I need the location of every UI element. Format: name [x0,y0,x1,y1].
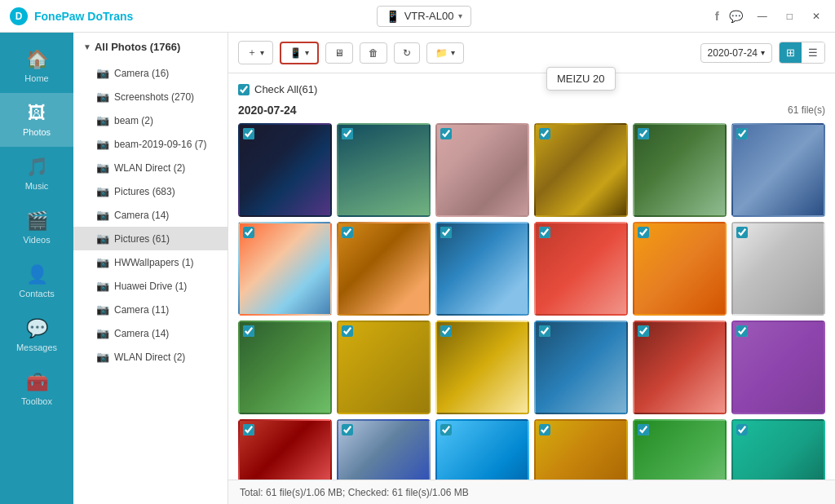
photo-checkbox[interactable] [638,424,649,435]
photo-item[interactable] [731,419,825,480]
photo-item[interactable] [633,123,727,217]
grid-view-button[interactable]: ⊞ [780,42,802,63]
tree-item-wlan-direct-2[interactable]: 📷 WLAN Direct (2) [73,345,228,369]
minimize-button[interactable]: — [753,9,772,24]
photo-checkbox[interactable] [342,128,353,139]
close-button[interactable]: ✕ [807,9,825,24]
check-all-checkbox[interactable] [238,84,250,95]
to-device-button[interactable]: 📱 ▾ [280,42,319,64]
to-pc-button[interactable]: 🖥 [325,42,353,64]
sidebar-label-photos: Photos [23,127,51,137]
photo-checkbox[interactable] [539,325,550,337]
title-bar-center: 📱 VTR-AL00 ▾ [133,6,714,27]
tree-item-camera-14b[interactable]: 📷 Camera (14) [73,321,228,345]
photo-checkbox[interactable] [736,325,748,337]
photo-item[interactable] [731,222,825,316]
photo-item[interactable] [633,321,727,414]
sidebar-label-contacts: Contacts [19,289,54,298]
photo-item[interactable] [435,123,529,217]
tree-item-huawei-drive[interactable]: 📷 Huawei Drive (1) [73,274,228,298]
photo-checkbox[interactable] [736,227,748,238]
file-tree: ▼ All Photos (1766) 📷 Camera (16) 📷 Scre… [73,33,228,504]
photo-item[interactable] [337,419,431,480]
photo-checkbox[interactable] [736,424,748,435]
photo-item[interactable] [435,419,529,480]
tree-item-camera-16[interactable]: 📷 Camera (16) [73,61,228,85]
list-view-button[interactable]: ☰ [802,42,824,63]
photo-item[interactable] [534,419,628,480]
photo-checkbox[interactable] [440,227,452,238]
device-selector[interactable]: 📱 VTR-AL00 ▾ [377,6,472,27]
chevron-down-icon: ▾ [458,11,462,20]
photo-checkbox[interactable] [638,325,649,337]
tree-item-pictures-61[interactable]: 📷 Pictures (61) [73,227,228,250]
tree-header[interactable]: ▼ All Photos (1766) [73,33,228,61]
sidebar-item-toolbox[interactable]: 🧰 Toolbox [0,362,73,416]
tree-item-beam-2019[interactable]: 📷 beam-2019-09-16 (7) [73,132,228,156]
sidebar-item-messages[interactable]: 💬 Messages [0,308,73,362]
photo-item[interactable] [337,321,431,414]
photo-checkbox[interactable] [440,128,452,139]
photo-checkbox[interactable] [539,227,550,238]
photo-checkbox[interactable] [539,424,550,435]
tree-item-hwwallpapers[interactable]: 📷 HWWallpapers (1) [73,250,228,274]
photo-checkbox[interactable] [539,128,550,139]
message-icon[interactable]: 💬 [729,10,743,23]
tree-item-camera-11[interactable]: 📷 Camera (11) [73,298,228,321]
date-label: 2020-07-24 [708,47,758,59]
photo-item[interactable] [238,321,332,414]
photo-checkbox[interactable] [440,325,452,337]
photo-item[interactable] [238,222,332,316]
photo-item[interactable] [435,222,529,316]
facebook-icon[interactable]: f [715,9,719,23]
folder-icon: 📷 [96,67,109,79]
photo-checkbox[interactable] [638,128,649,139]
tree-item-label: Camera (14) [114,328,169,339]
delete-button[interactable]: 🗑 [360,42,387,64]
dropdown-option-meizu: MEIZU 20 [557,73,605,85]
tree-item-screenshots[interactable]: 📷 Screenshots (270) [73,85,228,108]
tree-item-camera-14[interactable]: 📷 Camera (14) [73,203,228,227]
tree-collapse-icon: ▼ [83,42,91,51]
sidebar-item-music[interactable]: 🎵 Music [0,147,73,201]
photo-item[interactable] [534,123,628,217]
sidebar-item-photos[interactable]: 🖼 Photos [0,93,73,147]
photo-checkbox[interactable] [440,424,452,435]
photo-checkbox[interactable] [342,227,353,238]
refresh-button[interactable]: ↻ [394,42,420,64]
date-selector[interactable]: 2020-07-24 ▾ [700,43,772,63]
tree-item-label: Huawei Drive (1) [114,281,187,292]
photo-item[interactable] [238,419,332,480]
device-dropdown-popup[interactable]: MEIZU 20 [546,67,616,91]
add-button[interactable]: ＋ ▾ [238,41,273,64]
export-button[interactable]: 📁 ▾ [426,42,464,64]
sidebar-item-videos[interactable]: 🎬 Videos [0,201,73,254]
photo-checkbox[interactable] [243,128,254,139]
tree-item-beam[interactable]: 📷 beam (2) [73,108,228,132]
photo-item[interactable] [731,123,825,217]
to-device-dropdown-arrow: ▾ [305,48,309,57]
folder-icon: 📷 [96,91,109,103]
photo-item[interactable] [731,321,825,414]
photo-item[interactable] [633,419,727,480]
photo-item[interactable] [633,222,727,316]
photo-checkbox[interactable] [243,227,254,238]
photo-checkbox[interactable] [342,424,353,435]
photo-item[interactable] [337,222,431,316]
photo-item[interactable] [435,321,529,414]
photo-checkbox[interactable] [638,227,649,238]
photo-checkbox[interactable] [243,424,254,435]
photo-checkbox[interactable] [342,325,353,337]
photo-item[interactable] [337,123,431,217]
folder-icon: 📷 [96,161,109,174]
photo-item[interactable] [534,321,628,414]
photo-item[interactable] [534,222,628,316]
tree-item-pictures-683[interactable]: 📷 Pictures (683) [73,179,228,203]
sidebar-item-home[interactable]: 🏠 Home [0,39,73,93]
photo-checkbox[interactable] [736,128,748,139]
maximize-button[interactable]: □ [782,9,797,24]
photo-checkbox[interactable] [243,325,254,337]
sidebar-item-contacts[interactable]: 👤 Contacts [0,254,73,308]
photo-item[interactable] [238,123,332,217]
tree-item-wlan-direct-1[interactable]: 📷 WLAN Direct (2) [73,156,228,179]
